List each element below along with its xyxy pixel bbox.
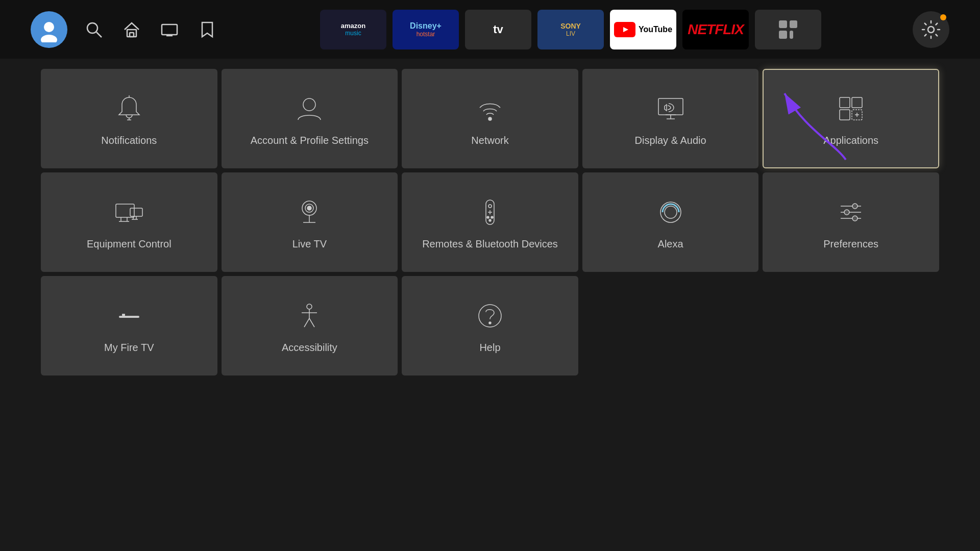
monitor-icon: [111, 194, 147, 230]
apps-icon: [833, 91, 869, 127]
top-navigation: amazon music Disney+ hotstar tv SONY LIV: [0, 0, 980, 59]
wifi-icon: [472, 91, 508, 127]
tile-applications[interactable]: Applications: [763, 69, 939, 168]
svg-point-2: [87, 23, 97, 33]
svg-rect-21: [852, 97, 862, 108]
remotes-bluetooth-label: Remotes & Bluetooth Devices: [417, 237, 563, 251]
tile-account-profile[interactable]: Account & Profile Settings: [222, 69, 398, 168]
svg-point-14: [303, 98, 315, 111]
accessibility-label: Accessibility: [277, 341, 342, 354]
app-sony-liv[interactable]: SONY LIV: [537, 10, 604, 49]
svg-point-0: [44, 22, 54, 32]
svg-point-54: [852, 216, 857, 221]
svg-marker-9: [623, 27, 628, 32]
tile-help[interactable]: Help: [402, 276, 578, 375]
svg-point-57: [307, 304, 312, 309]
tile-equipment-control[interactable]: Equipment Control: [41, 172, 217, 272]
display-audio-label: Display & Audio: [630, 134, 712, 147]
svg-point-61: [489, 322, 491, 324]
tile-accessibility[interactable]: Accessibility: [222, 276, 398, 375]
tile-network[interactable]: Network: [402, 69, 578, 168]
settings-icon[interactable]: [913, 11, 949, 48]
tiles-grid: Notifications Account & Profile Settings: [41, 69, 939, 375]
svg-point-10: [928, 27, 934, 33]
tile-my-fire-tv[interactable]: My Fire TV: [41, 276, 217, 375]
svg-rect-20: [840, 97, 850, 108]
svg-point-39: [307, 206, 311, 210]
svg-rect-31: [130, 208, 142, 216]
tile-preferences[interactable]: Preferences: [763, 172, 939, 272]
live-tv-label: Live TV: [287, 237, 332, 251]
tv-icon[interactable]: [158, 18, 181, 41]
svg-point-52: [852, 204, 857, 209]
search-icon[interactable]: [83, 18, 105, 41]
settings-grid: Notifications Account & Profile Settings: [0, 59, 980, 386]
home-icon[interactable]: [120, 18, 143, 41]
applications-label: Applications: [818, 134, 884, 147]
alexa-label: Alexa: [653, 237, 689, 251]
user-avatar[interactable]: [31, 11, 67, 48]
notifications-label: Notifications: [96, 134, 162, 147]
svg-line-3: [96, 32, 102, 37]
display-icon: [653, 91, 689, 127]
tile-alexa[interactable]: Alexa: [582, 172, 759, 272]
app-grid-more[interactable]: [755, 10, 821, 49]
help-icon: [472, 298, 508, 334]
svg-rect-56: [122, 314, 125, 316]
remote-icon: [472, 194, 508, 230]
tile-live-tv[interactable]: Live TV: [222, 172, 398, 272]
sliders-icon: [833, 194, 869, 230]
svg-point-15: [488, 117, 492, 120]
app-disney-hotstar[interactable]: Disney+ hotstar: [393, 10, 459, 49]
app-youtube[interactable]: YouTube: [610, 10, 676, 49]
svg-rect-5: [130, 33, 134, 37]
svg-point-44: [487, 216, 489, 218]
app-bar: amazon music Disney+ hotstar tv SONY LIV: [244, 10, 897, 49]
account-profile-label: Account & Profile Settings: [246, 134, 374, 147]
bookmark-icon[interactable]: [196, 18, 218, 41]
network-label: Network: [466, 134, 513, 147]
tile-display-audio[interactable]: Display & Audio: [582, 69, 759, 168]
svg-point-1: [41, 35, 57, 42]
help-label: Help: [474, 341, 505, 354]
antenna-icon: [291, 194, 327, 230]
accessibility-icon: [291, 298, 327, 334]
svg-point-41: [488, 205, 492, 208]
person-icon: [291, 91, 327, 127]
alexa-icon: [653, 194, 689, 230]
app-amazon-music[interactable]: amazon music: [320, 10, 386, 49]
svg-rect-16: [658, 98, 683, 115]
svg-point-46: [489, 219, 491, 221]
svg-rect-55: [119, 316, 139, 318]
svg-point-53: [844, 210, 849, 215]
preferences-label: Preferences: [818, 237, 884, 251]
svg-point-48: [665, 206, 677, 218]
equipment-control-label: Equipment Control: [82, 237, 177, 251]
bell-icon: [111, 91, 147, 127]
svg-rect-27: [116, 204, 134, 217]
settings-notification-dot: [940, 14, 946, 20]
app-tata-play[interactable]: tv: [465, 10, 531, 49]
my-fire-tv-label: My Fire TV: [99, 341, 159, 354]
svg-point-45: [491, 216, 493, 218]
app-netflix[interactable]: NETFLIX: [682, 10, 749, 49]
firetv-icon: [111, 298, 147, 334]
svg-rect-6: [162, 24, 177, 35]
tile-notifications[interactable]: Notifications: [41, 69, 217, 168]
nav-left-icons: [31, 11, 218, 48]
svg-point-47: [660, 202, 681, 222]
svg-rect-22: [840, 110, 850, 120]
tile-remotes-bluetooth[interactable]: Remotes & Bluetooth Devices: [402, 172, 578, 272]
